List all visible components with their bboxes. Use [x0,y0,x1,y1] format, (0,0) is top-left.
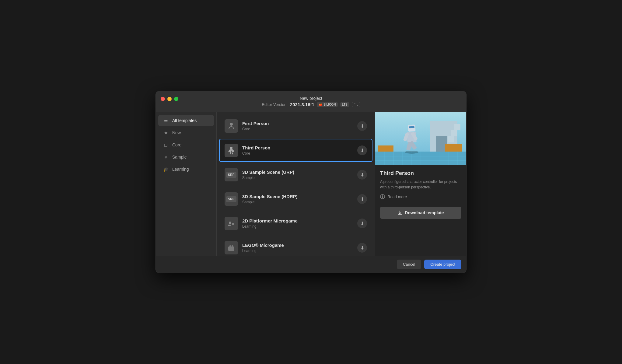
minimize-button[interactable] [167,97,172,101]
urp-download-btn[interactable]: ⬇ [357,170,367,180]
lts-badge: LTS [340,102,349,107]
square-icon: ◻ [163,142,169,147]
svg-rect-3 [232,223,234,225]
window-title: New project [300,96,322,101]
svg-rect-5 [228,247,234,251]
editor-version-number: 2021.3.16f1 [290,102,314,107]
footer: Cancel Create project [156,256,466,273]
preview-image [375,112,466,165]
third-person-download-btn[interactable]: ⬇ [357,145,367,155]
platformer-info: 2D Platformer Microgame Learning [242,218,353,229]
svg-rect-9 [375,152,466,165]
close-button[interactable] [161,97,165,101]
template-item-3d-hdrp[interactable]: SRP 3D Sample Scene (HDRP) Sample ⬇ [219,187,372,211]
info-icon [380,194,385,199]
lego-name: LEGO® Microgame [242,243,353,248]
divider [380,204,461,204]
urp-info: 3D Sample Scene (URP) Sample [242,170,353,180]
sidebar: ☰ All templates ★ New ◻ Core ⎈ Sample 🎓 … [156,112,217,256]
preview-title: Third Person [380,170,461,177]
svg-rect-25 [454,124,460,130]
third-person-info: Third Person Core [242,145,353,156]
download-template-button[interactable]: Download template [380,207,461,219]
create-project-button[interactable]: Create project [424,260,461,269]
apple-icon: 🍎 [319,103,322,106]
sidebar-label-new: New [172,130,181,135]
hdrp-info: 3D Sample Scene (HDRP) Sample [242,194,353,204]
svg-rect-27 [445,144,462,152]
template-item-3d-urp[interactable]: SRP 3D Sample Scene (URP) Sample ⬇ [219,163,372,186]
srp-badge-hdrp: SRP [226,196,236,202]
third-person-category: Core [242,151,353,156]
read-more-link[interactable]: Read more [380,194,461,199]
first-person-download-btn[interactable]: ⬇ [357,121,367,131]
sidebar-item-learning[interactable]: 🎓 Learning [158,164,214,175]
maximize-button[interactable] [174,97,178,101]
svg-point-35 [405,151,418,154]
platformer-category: Learning [242,224,353,229]
download-template-label: Download template [405,210,444,215]
template-item-first-person[interactable]: First Person Core ⬇ [219,114,372,138]
sidebar-label-all-templates: All templates [172,118,197,123]
svg-rect-26 [378,145,393,152]
sidebar-item-new[interactable]: ★ New [158,127,214,138]
sidebar-item-all-templates[interactable]: ☰ All templates [158,115,214,126]
urp-name: 3D Sample Scene (URP) [242,170,353,175]
download-icon [397,210,402,215]
template-item-lego[interactable]: LEGO® Microgame Learning ⬇ [219,236,372,256]
list-icon: ☰ [163,118,169,123]
read-more-label: Read more [387,194,407,199]
cancel-button[interactable]: Cancel [397,260,421,269]
editor-version-row: Editor Version: 2021.3.16f1 🍎 SILICON LT… [262,102,360,107]
svg-rect-37 [382,196,383,198]
template-item-2d-platformer[interactable]: 2D Platformer Microgame Learning ⬇ [219,212,372,235]
lego-download-btn[interactable]: ⬇ [357,243,367,253]
urp-category: Sample [242,176,353,180]
first-person-name: First Person [242,121,353,126]
network-icon: ⎈ [163,155,169,159]
svg-rect-2 [228,225,231,226]
svg-rect-24 [451,130,457,136]
svg-rect-38 [382,195,383,196]
sidebar-label-sample: Sample [172,155,187,159]
silicon-badge: 🍎 SILICON [317,102,338,107]
template-list[interactable]: First Person Core ⬇ [217,112,375,256]
srp-badge-urp: SRP [226,172,236,178]
urp-icon: SRP [225,168,238,181]
platformer-download-btn[interactable]: ⬇ [357,219,367,228]
svg-rect-7 [232,245,233,247]
svg-rect-23 [448,136,454,142]
third-person-icon [225,144,238,157]
svg-point-4 [229,222,231,224]
sidebar-item-core[interactable]: ◻ Core [158,139,214,150]
star-icon: ★ [163,130,169,135]
svg-rect-22 [436,136,447,152]
traffic-lights [161,97,178,101]
preview-info: Third Person A preconfigured character c… [375,165,466,256]
first-person-info: First Person Core [242,121,353,131]
lego-icon [225,241,238,254]
hdrp-category: Sample [242,200,353,204]
hdrp-name: 3D Sample Scene (HDRP) [242,194,353,199]
hdrp-icon: SRP [225,192,238,206]
svg-rect-30 [409,126,414,128]
platformer-icon [225,217,238,230]
template-item-third-person[interactable]: Third Person Core ⬇ [219,139,372,162]
preview-description: A preconfigured character controller for… [380,179,461,190]
version-chevron[interactable]: ⌃⌄ [352,102,360,107]
content-area: ☰ All templates ★ New ◻ Core ⎈ Sample 🎓 … [156,112,466,256]
main-window: New project Editor Version: 2021.3.16f1 … [156,91,466,273]
third-person-name: Third Person [242,145,353,150]
hdrp-download-btn[interactable]: ⬇ [357,194,367,204]
first-person-category: Core [242,127,353,131]
sidebar-item-sample[interactable]: ⎈ Sample [158,152,214,163]
platformer-name: 2D Platformer Microgame [242,218,353,223]
svg-point-0 [230,123,233,126]
svg-point-1 [230,147,232,149]
preview-panel: Third Person A preconfigured character c… [375,112,466,256]
lego-info: LEGO® Microgame Learning [242,243,353,253]
sidebar-label-core: Core [172,142,181,147]
first-person-icon [225,119,238,133]
titlebar: New project Editor Version: 2021.3.16f1 … [156,91,466,112]
svg-rect-6 [229,245,231,247]
